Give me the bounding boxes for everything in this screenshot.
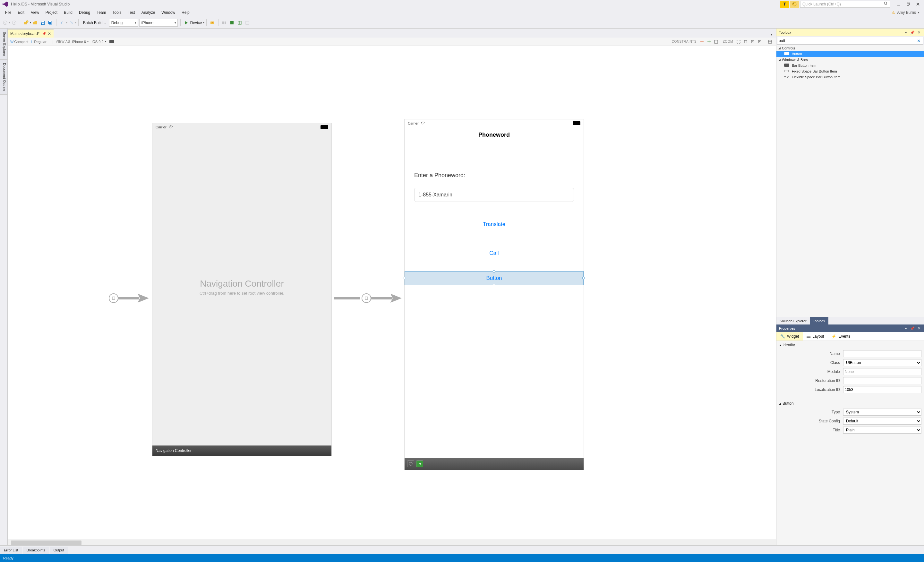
toolbox-item-flexible-space[interactable]: Flexible Space Bar Button Item [776, 74, 924, 80]
menu-debug[interactable]: Debug [76, 9, 93, 17]
zoom-fit-icon[interactable] [735, 39, 742, 45]
nav-forward-button[interactable] [10, 19, 18, 27]
bottom-tab-error-list[interactable]: Error List [0, 547, 22, 554]
config-combo[interactable]: Debug [109, 19, 138, 27]
pane-close-icon[interactable]: ✕ [916, 30, 921, 35]
minimize-button[interactable] [894, 1, 903, 8]
toolbox-search-input[interactable]: ✕ [777, 37, 923, 45]
pane-options-icon[interactable]: ▾ [903, 30, 909, 35]
close-button[interactable] [914, 1, 922, 8]
view-as-ios[interactable]: iOS 9.2 [92, 40, 104, 44]
prop-type-select[interactable]: System [843, 409, 921, 416]
tab-overflow-button[interactable]: ▾ [768, 31, 775, 38]
root-segue-arrow[interactable] [334, 292, 405, 305]
new-project-button[interactable] [22, 19, 30, 27]
pane-close-icon[interactable]: ✕ [916, 326, 921, 331]
document-tab[interactable]: Main.storyboard* 📌 ✕ [8, 29, 54, 38]
menu-edit[interactable]: Edit [14, 9, 28, 17]
pair-to-mac-button[interactable] [208, 19, 216, 27]
redo-button[interactable] [68, 19, 75, 27]
close-tab-icon[interactable]: ✕ [48, 32, 51, 36]
orientation-icon[interactable] [110, 40, 114, 43]
toolbox-item-bar-button-item[interactable]: Bar Button Item [776, 63, 924, 68]
menu-window[interactable]: Window [158, 9, 178, 17]
zoom-in-icon[interactable] [756, 39, 763, 45]
toolbox-item-fixed-space[interactable]: Fixed Space Bar Button Item [776, 68, 924, 74]
pane-pin-icon[interactable]: 📌 [910, 326, 915, 331]
menu-file[interactable]: File [2, 9, 14, 17]
quick-launch-input[interactable]: Quick Launch (Ctrl+Q) [800, 1, 890, 8]
menu-analyze[interactable]: Analyze [138, 9, 159, 17]
tb-layout4-button[interactable] [243, 19, 251, 27]
constraints-update-icon[interactable] [706, 39, 712, 45]
resize-handle[interactable] [493, 270, 495, 272]
menu-test[interactable]: Test [125, 9, 138, 17]
panel-tab-toolbox[interactable]: Toolbox [810, 317, 828, 325]
resize-handle[interactable] [582, 277, 585, 279]
constraints-frame-icon[interactable] [713, 39, 719, 45]
pane-pin-icon[interactable]: 📌 [910, 30, 915, 35]
open-file-button[interactable] [31, 19, 39, 27]
save-button[interactable] [39, 19, 46, 27]
properties-tab-events[interactable]: ⚡Events [828, 332, 854, 341]
identity-section-header[interactable]: ◢Identity [776, 341, 924, 349]
selected-new-button[interactable]: Button [405, 271, 584, 286]
platform-combo[interactable]: iPhone [139, 19, 178, 27]
side-tab-document-outline[interactable]: Document Outline [0, 60, 8, 95]
prop-localization-input[interactable] [843, 386, 921, 393]
prop-title-select[interactable]: Plain [843, 427, 921, 434]
prop-state-select[interactable]: Default [843, 418, 921, 425]
undo-button[interactable] [58, 19, 66, 27]
menu-view[interactable]: View [28, 9, 42, 17]
view-as-device[interactable]: iPhone 6 [72, 40, 86, 44]
properties-tab-widget[interactable]: 🔧Widget [776, 332, 803, 341]
call-button[interactable]: Call [414, 250, 574, 257]
prop-class-select[interactable]: UIButton [843, 359, 921, 366]
save-all-button[interactable] [46, 19, 54, 27]
resize-handle[interactable] [493, 284, 495, 286]
prop-name-input[interactable] [843, 350, 921, 357]
first-responder-dock-icon[interactable] [416, 460, 423, 467]
batch-build-button[interactable]: Batch Build... [81, 19, 108, 27]
phoneword-textfield[interactable] [414, 188, 574, 202]
size-class-w-value[interactable]: Compact [14, 40, 28, 44]
nav-back-button[interactable] [1, 19, 9, 27]
menu-tools[interactable]: Tools [110, 9, 125, 17]
tb-layout3-button[interactable] [236, 19, 243, 27]
panel-tab-solution-explorer[interactable]: Solution Explorer [776, 317, 810, 325]
pane-options-icon[interactable]: ▾ [903, 326, 909, 331]
button-section-header[interactable]: ◢Button [776, 399, 924, 407]
bottom-tab-breakpoints[interactable]: Breakpoints [23, 547, 49, 554]
prop-restoration-input[interactable] [843, 377, 921, 384]
restore-button[interactable] [904, 1, 912, 8]
user-account-menu[interactable]: ⚠ Amy Burns ▾ [892, 10, 922, 15]
designer-grid-icon[interactable] [767, 39, 773, 45]
size-class-h-value[interactable]: Regular [34, 40, 46, 44]
horizontal-scrollbar[interactable] [8, 539, 776, 545]
view-controller-dock-icon[interactable] [407, 460, 414, 467]
nav-bar-title[interactable]: Phoneword [405, 127, 584, 143]
menu-build[interactable]: Build [61, 9, 76, 17]
menu-help[interactable]: Help [178, 9, 193, 17]
navigation-controller-scene[interactable]: Carrier Navigation Controller Ctrl+drag … [152, 123, 332, 456]
pin-icon[interactable]: 📌 [42, 32, 46, 35]
initial-segue-arrow[interactable] [104, 292, 152, 305]
zoom-out-icon[interactable] [750, 39, 756, 45]
toolbox-item-button[interactable]: Button [776, 51, 924, 57]
properties-tab-layout[interactable]: ▬Layout [803, 332, 828, 341]
enter-phoneword-label[interactable]: Enter a Phoneword: [414, 172, 574, 179]
zoom-actual-icon[interactable] [742, 39, 749, 45]
notifications-flag-button[interactable] [780, 1, 789, 8]
menu-project[interactable]: Project [42, 9, 61, 17]
start-debug-button[interactable] [183, 19, 190, 27]
tb-layout1-button[interactable] [220, 19, 228, 27]
toolbox-group-windows-bars[interactable]: ◢Windows & Bars [776, 57, 924, 63]
resize-handle[interactable] [404, 277, 406, 279]
side-tab-server-explorer[interactable]: Server Explorer [0, 29, 8, 60]
phoneword-scene[interactable]: Carrier Phoneword Enter a Phoneword: Tra… [404, 119, 584, 470]
toolbox-group-controls[interactable]: ◢Controls [776, 45, 924, 51]
menu-team[interactable]: Team [93, 9, 109, 17]
tb-layout2-button[interactable] [228, 19, 236, 27]
constraints-add-icon[interactable] [699, 39, 705, 45]
feedback-button[interactable] [790, 1, 799, 8]
